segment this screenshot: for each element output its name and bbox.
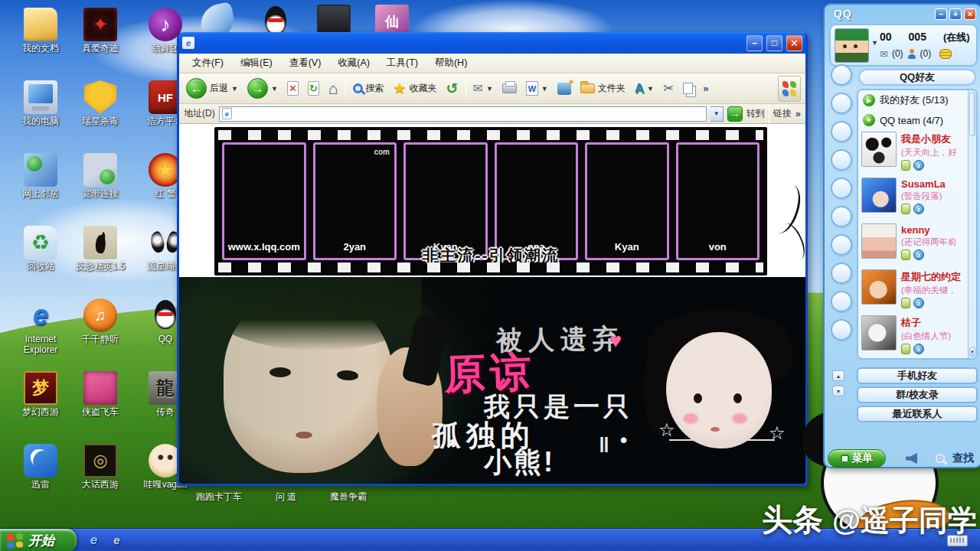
back-label: 后退 — [210, 82, 228, 95]
buddy-icon[interactable] — [907, 49, 916, 59]
ie-page-icon: e — [182, 37, 194, 49]
cut-button[interactable]: ✂ — [661, 80, 676, 96]
minimize-button[interactable]: – — [746, 35, 763, 51]
desktop-icon-label: 梦幻西游 — [22, 407, 59, 418]
scrollbar-thumb[interactable] — [969, 92, 975, 136]
friend-list-scrollbar[interactable]: ▼ — [968, 90, 976, 358]
poster-bars: ‖ — [599, 435, 609, 456]
close-button[interactable]: ✕ — [786, 35, 802, 51]
edit-word-button[interactable]: ▼ — [524, 80, 550, 97]
copy-button[interactable] — [681, 81, 698, 96]
quick-launch-browser-icon[interactable]: e — [109, 532, 125, 548]
qq-expand-button[interactable]: + — [949, 8, 962, 20]
links-chevron[interactable]: » — [795, 108, 801, 119]
address-input[interactable]: e — [219, 106, 707, 122]
fonts-button[interactable]: A ▼ — [632, 80, 656, 96]
qq-coins-icon[interactable] — [939, 49, 952, 59]
poster-text-line2: 原谅 — [443, 350, 537, 395]
links-label[interactable]: 链接 — [773, 107, 792, 120]
qq-menu-button[interactable]: 菜单 — [828, 449, 886, 468]
desktop-icon-label[interactable]: 问 道 — [276, 491, 296, 504]
back-dropdown-icon[interactable]: ▼ — [231, 85, 238, 93]
search-button[interactable]: 搜索 — [351, 80, 387, 96]
find-label[interactable]: 查找 — [952, 452, 974, 465]
qq-bottom-bar: 菜单 查找 — [828, 448, 978, 468]
group-arrow-icon — [863, 94, 875, 106]
start-button[interactable]: 开始 — [0, 529, 77, 551]
qq-number-right: 005 — [909, 31, 926, 43]
qq-tab[interactable]: 群/校友录 — [857, 386, 978, 403]
friend-group-row[interactable]: 我的好友 (5/13) — [858, 90, 976, 110]
friend-group-row[interactable]: QQ team (4/7) — [858, 110, 976, 130]
messenger-button[interactable] — [555, 81, 573, 96]
mail-button[interactable]: ✉ ▼ — [471, 81, 495, 96]
mobile-badge-icon — [901, 298, 910, 308]
desktop-icon-label[interactable]: 跑跑卡丁车 — [196, 491, 242, 504]
qq-minimize-button[interactable]: – — [935, 8, 947, 20]
friend-row[interactable]: 我是小朋友 (天天向上，好 — [858, 130, 976, 176]
window-titlebar[interactable]: e – □ ✕ — [179, 32, 805, 54]
history-icon: ↺ — [446, 81, 459, 96]
watermark-brand: 头条 — [762, 503, 823, 536]
menu-item[interactable]: 帮助(H) — [426, 54, 475, 72]
mail-icon[interactable]: ✉ — [880, 49, 888, 59]
mobile-badge-icon — [901, 344, 910, 354]
scroll-down-button[interactable]: ▼ — [832, 386, 844, 396]
avatar-dropdown-icon[interactable]: ▼ — [871, 39, 878, 47]
friend-avatar — [861, 178, 897, 213]
history-button[interactable]: ↺ — [444, 80, 461, 97]
menu-item[interactable]: 编辑(E) — [232, 54, 281, 72]
maximize-button[interactable]: □ — [766, 35, 782, 51]
scrollbar-down-arrow[interactable]: ▼ — [969, 347, 975, 357]
friend-row[interactable]: kenny (还记得两年前 — [858, 222, 976, 268]
friend-row[interactable]: 星期七的约定 (幸福的关键， — [858, 268, 976, 314]
address-dropdown-button[interactable]: ▼ — [710, 106, 724, 122]
back-button[interactable]: ← 后退 ▼ — [184, 77, 240, 100]
print-button[interactable] — [500, 82, 519, 95]
scroll-up-button[interactable]: ▲ — [832, 370, 844, 381]
home-button[interactable]: ⌂ — [326, 79, 341, 98]
go-icon[interactable]: → — [727, 106, 743, 122]
windows-flag-icon — [7, 533, 23, 549]
favorites-button[interactable]: ★ 收藏夹 — [391, 80, 439, 97]
menu-item[interactable]: 收藏(A) — [329, 54, 378, 72]
filmstrip-photo[interactable]: Kyan — [403, 142, 488, 260]
qq-friends-header[interactable]: QQ好友 — [858, 69, 976, 86]
go-label[interactable]: 转到 — [746, 107, 765, 120]
toolbar-overflow-chevron[interactable]: » — [703, 83, 708, 94]
menu-item[interactable]: 文件(F) — [184, 54, 232, 72]
menu-item[interactable]: 查看(V) — [281, 54, 330, 72]
qq-titlebar[interactable]: QQ – + × — [825, 5, 980, 23]
friend-row[interactable]: 桔子 (白色情人节) — [858, 314, 976, 360]
filmstrip-photo[interactable]: www.x.lqq.com — [222, 142, 306, 260]
stop-button[interactable]: ✕ — [285, 80, 301, 97]
quick-launch-ie-icon[interactable]: e — [86, 532, 102, 548]
friend-avatar — [861, 269, 897, 305]
friend-status: (白色情人节) — [901, 331, 951, 342]
filmstrip-photo[interactable]: ona — [495, 142, 579, 260]
speaker-icon[interactable] — [906, 453, 917, 464]
edit-dropdown-icon[interactable]: ▼ — [541, 85, 548, 93]
desktop-icon-label[interactable]: 魔兽争霸 — [330, 491, 367, 504]
user-avatar[interactable] — [835, 28, 869, 63]
menu-item[interactable]: 工具(T) — [378, 54, 426, 72]
qq-close-button[interactable]: × — [964, 8, 976, 20]
filmstrip-photo[interactable]: com 2yan — [313, 142, 397, 260]
fantasy-westward-journey: 梦 — [24, 371, 57, 405]
forward-dropdown-icon[interactable]: ▼ — [271, 85, 278, 93]
filmstrip-photo[interactable]: von — [676, 142, 760, 260]
mail-dropdown-icon[interactable]: ▼ — [486, 85, 493, 93]
refresh-button[interactable]: ↻ — [305, 80, 322, 97]
forward-button[interactable]: → ▼ — [245, 77, 280, 100]
desktop-icon-label: QQ — [158, 334, 173, 345]
filmstrip-photo[interactable]: Kyan — [585, 142, 669, 260]
folders-button[interactable]: 文件夹 — [578, 80, 628, 96]
find-icon[interactable] — [936, 454, 945, 463]
fonts-dropdown-icon[interactable]: ▼ — [647, 85, 654, 93]
qq-tab[interactable]: 最近联系人 — [857, 406, 978, 422]
folder-icon — [580, 83, 595, 93]
desktop-icon-label: 侠盗飞车 — [82, 407, 119, 418]
user-id: 00 005 (在线) — [880, 31, 970, 44]
friend-row[interactable]: SusamLa (暂告段落) — [858, 176, 976, 222]
qq-tab[interactable]: 手机好友 — [857, 367, 978, 384]
